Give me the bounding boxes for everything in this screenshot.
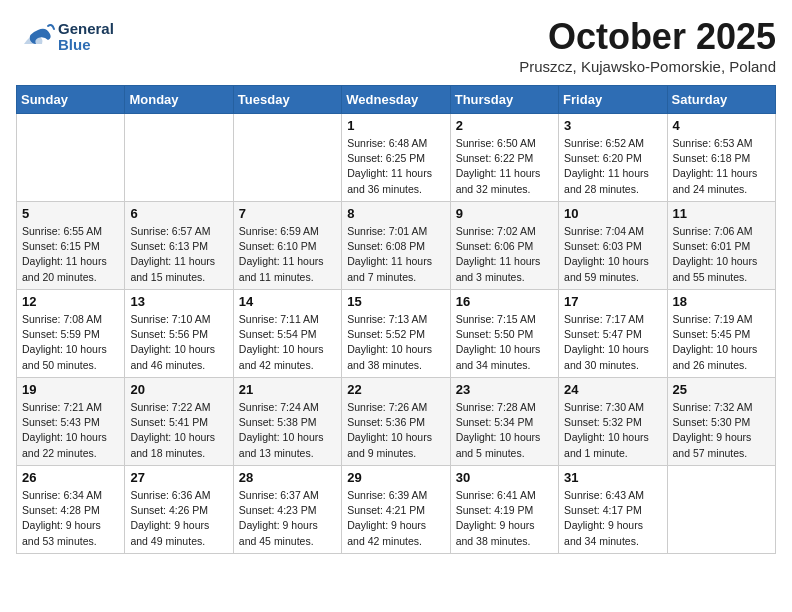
calendar-cell: 20Sunrise: 7:22 AM Sunset: 5:41 PM Dayli…: [125, 378, 233, 466]
calendar-cell: [667, 466, 775, 554]
calendar-cell: 16Sunrise: 7:15 AM Sunset: 5:50 PM Dayli…: [450, 290, 558, 378]
day-number: 7: [239, 206, 336, 221]
calendar-cell: 14Sunrise: 7:11 AM Sunset: 5:54 PM Dayli…: [233, 290, 341, 378]
day-content: Sunrise: 6:52 AM Sunset: 6:20 PM Dayligh…: [564, 136, 661, 197]
day-content: Sunrise: 6:37 AM Sunset: 4:23 PM Dayligh…: [239, 488, 336, 549]
calendar-cell: 3Sunrise: 6:52 AM Sunset: 6:20 PM Daylig…: [559, 114, 667, 202]
weekday-header-thursday: Thursday: [450, 86, 558, 114]
day-number: 15: [347, 294, 444, 309]
logo: General Blue: [16, 16, 114, 58]
day-number: 13: [130, 294, 227, 309]
day-content: Sunrise: 6:36 AM Sunset: 4:26 PM Dayligh…: [130, 488, 227, 549]
calendar-cell: 9Sunrise: 7:02 AM Sunset: 6:06 PM Daylig…: [450, 202, 558, 290]
day-content: Sunrise: 6:53 AM Sunset: 6:18 PM Dayligh…: [673, 136, 770, 197]
day-number: 22: [347, 382, 444, 397]
calendar-cell: 8Sunrise: 7:01 AM Sunset: 6:08 PM Daylig…: [342, 202, 450, 290]
day-content: Sunrise: 6:39 AM Sunset: 4:21 PM Dayligh…: [347, 488, 444, 549]
day-number: 19: [22, 382, 119, 397]
calendar-cell: 13Sunrise: 7:10 AM Sunset: 5:56 PM Dayli…: [125, 290, 233, 378]
day-content: Sunrise: 7:21 AM Sunset: 5:43 PM Dayligh…: [22, 400, 119, 461]
day-number: 28: [239, 470, 336, 485]
day-number: 25: [673, 382, 770, 397]
day-number: 6: [130, 206, 227, 221]
day-number: 10: [564, 206, 661, 221]
day-content: Sunrise: 7:08 AM Sunset: 5:59 PM Dayligh…: [22, 312, 119, 373]
day-number: 17: [564, 294, 661, 309]
day-number: 2: [456, 118, 553, 133]
day-number: 1: [347, 118, 444, 133]
calendar-cell: 21Sunrise: 7:24 AM Sunset: 5:38 PM Dayli…: [233, 378, 341, 466]
weekday-header-tuesday: Tuesday: [233, 86, 341, 114]
calendar-cell: 22Sunrise: 7:26 AM Sunset: 5:36 PM Dayli…: [342, 378, 450, 466]
day-content: Sunrise: 6:59 AM Sunset: 6:10 PM Dayligh…: [239, 224, 336, 285]
day-number: 21: [239, 382, 336, 397]
day-number: 27: [130, 470, 227, 485]
week-row-1: 1Sunrise: 6:48 AM Sunset: 6:25 PM Daylig…: [17, 114, 776, 202]
calendar-cell: 6Sunrise: 6:57 AM Sunset: 6:13 PM Daylig…: [125, 202, 233, 290]
calendar-cell: 31Sunrise: 6:43 AM Sunset: 4:17 PM Dayli…: [559, 466, 667, 554]
day-content: Sunrise: 7:30 AM Sunset: 5:32 PM Dayligh…: [564, 400, 661, 461]
day-number: 29: [347, 470, 444, 485]
day-number: 12: [22, 294, 119, 309]
logo-line2: Blue: [58, 37, 114, 54]
day-number: 11: [673, 206, 770, 221]
location: Pruszcz, Kujawsko-Pomorskie, Poland: [519, 58, 776, 75]
day-content: Sunrise: 6:34 AM Sunset: 4:28 PM Dayligh…: [22, 488, 119, 549]
day-content: Sunrise: 7:01 AM Sunset: 6:08 PM Dayligh…: [347, 224, 444, 285]
weekday-header-friday: Friday: [559, 86, 667, 114]
weekday-header-sunday: Sunday: [17, 86, 125, 114]
day-content: Sunrise: 7:17 AM Sunset: 5:47 PM Dayligh…: [564, 312, 661, 373]
day-content: Sunrise: 6:57 AM Sunset: 6:13 PM Dayligh…: [130, 224, 227, 285]
calendar-cell: 2Sunrise: 6:50 AM Sunset: 6:22 PM Daylig…: [450, 114, 558, 202]
calendar-cell: 27Sunrise: 6:36 AM Sunset: 4:26 PM Dayli…: [125, 466, 233, 554]
logo-text-block: General Blue: [58, 21, 114, 54]
calendar-cell: 19Sunrise: 7:21 AM Sunset: 5:43 PM Dayli…: [17, 378, 125, 466]
day-number: 18: [673, 294, 770, 309]
day-content: Sunrise: 7:26 AM Sunset: 5:36 PM Dayligh…: [347, 400, 444, 461]
calendar-cell: 11Sunrise: 7:06 AM Sunset: 6:01 PM Dayli…: [667, 202, 775, 290]
day-number: 30: [456, 470, 553, 485]
day-content: Sunrise: 6:55 AM Sunset: 6:15 PM Dayligh…: [22, 224, 119, 285]
week-row-2: 5Sunrise: 6:55 AM Sunset: 6:15 PM Daylig…: [17, 202, 776, 290]
day-content: Sunrise: 6:50 AM Sunset: 6:22 PM Dayligh…: [456, 136, 553, 197]
weekday-header-monday: Monday: [125, 86, 233, 114]
day-number: 31: [564, 470, 661, 485]
day-number: 5: [22, 206, 119, 221]
logo-line1: General: [58, 21, 114, 38]
day-number: 23: [456, 382, 553, 397]
day-number: 24: [564, 382, 661, 397]
day-content: Sunrise: 7:10 AM Sunset: 5:56 PM Dayligh…: [130, 312, 227, 373]
calendar-table: SundayMondayTuesdayWednesdayThursdayFrid…: [16, 85, 776, 554]
day-content: Sunrise: 7:15 AM Sunset: 5:50 PM Dayligh…: [456, 312, 553, 373]
title-block: October 2025 Pruszcz, Kujawsko-Pomorskie…: [519, 16, 776, 75]
day-number: 20: [130, 382, 227, 397]
day-content: Sunrise: 7:13 AM Sunset: 5:52 PM Dayligh…: [347, 312, 444, 373]
page-header: General Blue October 2025 Pruszcz, Kujaw…: [16, 16, 776, 75]
calendar-cell: 1Sunrise: 6:48 AM Sunset: 6:25 PM Daylig…: [342, 114, 450, 202]
day-content: Sunrise: 7:04 AM Sunset: 6:03 PM Dayligh…: [564, 224, 661, 285]
day-number: 16: [456, 294, 553, 309]
day-content: Sunrise: 7:19 AM Sunset: 5:45 PM Dayligh…: [673, 312, 770, 373]
day-content: Sunrise: 7:32 AM Sunset: 5:30 PM Dayligh…: [673, 400, 770, 461]
weekday-header-saturday: Saturday: [667, 86, 775, 114]
day-content: Sunrise: 7:24 AM Sunset: 5:38 PM Dayligh…: [239, 400, 336, 461]
logo-bird-icon: [16, 16, 58, 58]
calendar-cell: 23Sunrise: 7:28 AM Sunset: 5:34 PM Dayli…: [450, 378, 558, 466]
calendar-cell: 24Sunrise: 7:30 AM Sunset: 5:32 PM Dayli…: [559, 378, 667, 466]
calendar-cell: 15Sunrise: 7:13 AM Sunset: 5:52 PM Dayli…: [342, 290, 450, 378]
day-content: Sunrise: 6:43 AM Sunset: 4:17 PM Dayligh…: [564, 488, 661, 549]
day-number: 26: [22, 470, 119, 485]
day-number: 4: [673, 118, 770, 133]
day-content: Sunrise: 7:02 AM Sunset: 6:06 PM Dayligh…: [456, 224, 553, 285]
calendar-cell: 26Sunrise: 6:34 AM Sunset: 4:28 PM Dayli…: [17, 466, 125, 554]
calendar-cell: [233, 114, 341, 202]
calendar-cell: 30Sunrise: 6:41 AM Sunset: 4:19 PM Dayli…: [450, 466, 558, 554]
calendar-cell: 17Sunrise: 7:17 AM Sunset: 5:47 PM Dayli…: [559, 290, 667, 378]
day-number: 14: [239, 294, 336, 309]
calendar-cell: 5Sunrise: 6:55 AM Sunset: 6:15 PM Daylig…: [17, 202, 125, 290]
calendar-cell: 25Sunrise: 7:32 AM Sunset: 5:30 PM Dayli…: [667, 378, 775, 466]
logo-container: General Blue: [16, 16, 114, 58]
calendar-cell: 7Sunrise: 6:59 AM Sunset: 6:10 PM Daylig…: [233, 202, 341, 290]
day-content: Sunrise: 7:28 AM Sunset: 5:34 PM Dayligh…: [456, 400, 553, 461]
day-number: 3: [564, 118, 661, 133]
